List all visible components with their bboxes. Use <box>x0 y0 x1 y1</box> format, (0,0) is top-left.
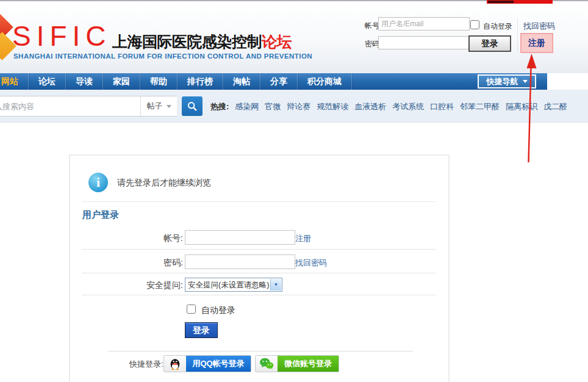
hot-link[interactable]: 官微 <box>265 101 281 112</box>
password-input[interactable] <box>378 36 470 49</box>
security-question-select[interactable]: 安全提问(未设置请忽略) ▼ <box>185 278 282 292</box>
nav-item-taotie[interactable]: 淘帖 <box>223 73 260 90</box>
find-password-link[interactable]: 找回密码 <box>523 21 555 32</box>
hot-link[interactable]: 规范解读 <box>317 101 348 112</box>
search-band: 帖子 热搜: 感染网 官微 辩论赛 规范解读 血液透析 考试系统 口腔科 邻苯二… <box>0 90 588 123</box>
wechat-icon <box>256 356 278 372</box>
divider <box>82 295 436 295</box>
qq-icon <box>164 356 186 372</box>
user-login-heading: 用户登录 <box>82 209 119 221</box>
page: SIFIC 上海国际医院感染控制论坛 SHANGHAI INTERNATIONA… <box>0 0 588 382</box>
qq-login-text: 用QQ帐号登录 <box>186 356 251 372</box>
search-icon <box>187 101 198 112</box>
account-input[interactable] <box>185 230 295 245</box>
hot-link[interactable]: 邻苯二甲醛 <box>460 101 500 112</box>
annotation-top-red-bar <box>487 0 553 4</box>
divider <box>82 249 436 250</box>
register-link[interactable]: 注册 <box>295 233 311 244</box>
hot-link[interactable]: 口腔科 <box>430 101 454 112</box>
divider <box>108 351 413 351</box>
site-title-accent: 论坛 <box>262 33 292 50</box>
logo-brand: SIFIC <box>12 20 112 52</box>
password-label: 密码 <box>365 39 379 49</box>
security-question-value: 安全提问(未设置请忽略) <box>188 280 269 290</box>
account-label: 帐号 <box>365 21 379 31</box>
register-link[interactable]: 注册 <box>528 38 545 48</box>
password-label: 密码: <box>82 258 183 268</box>
nav-item-guide[interactable]: 导读 <box>66 73 103 90</box>
login-button[interactable]: 登录 <box>468 35 511 52</box>
nav-item-site[interactable]: 网站 <box>0 73 29 90</box>
nav-item-credit-mall[interactable]: 积分商城 <box>298 73 352 90</box>
auto-login-checkbox[interactable] <box>187 305 196 314</box>
wechat-login-text: 微信账号登录 <box>278 356 339 372</box>
hot-link[interactable]: 考试系统 <box>392 101 424 112</box>
search-scope-dropdown[interactable]: 帖子 <box>140 96 177 116</box>
search-button[interactable] <box>182 96 203 116</box>
site-subtitle: SHANGHAI INTERNATIONAL FORUM FOR INFECTI… <box>13 52 312 60</box>
search-box: 帖子 <box>0 96 177 117</box>
main-nav: 网站 论坛 导读 家园 帮助 排行榜 淘帖 分享 积分商城 <box>0 73 547 90</box>
search-scope-label: 帖子 <box>147 101 163 112</box>
nav-item-home[interactable]: 家园 <box>103 73 140 90</box>
account-label: 帐号: <box>82 233 183 244</box>
auto-login-checkbox[interactable] <box>470 20 479 29</box>
nav-item-forum[interactable]: 论坛 <box>29 73 66 90</box>
nav-item-help[interactable]: 帮助 <box>140 73 177 90</box>
find-password-link[interactable]: 找回密码 <box>295 258 327 268</box>
header-login-divider <box>517 18 518 51</box>
auto-login-label: 自动登录 <box>483 21 512 32</box>
chevron-down-icon <box>167 105 171 108</box>
nav-item-share[interactable]: 分享 <box>260 73 298 90</box>
select-arrow-icon: ▼ <box>270 279 281 290</box>
login-notice: 请先登录后才能继续浏览 <box>117 178 211 189</box>
hot-link[interactable]: 感染网 <box>235 101 259 112</box>
annotation-register-highlight: 注册 <box>520 33 553 53</box>
hot-search-label: 热搜: <box>210 101 229 112</box>
quick-nav-button[interactable]: 快捷导航 <box>478 74 536 88</box>
hot-link[interactable]: 隔离标识 <box>506 101 537 112</box>
search-input[interactable] <box>0 96 140 116</box>
hot-link[interactable]: 血液透析 <box>354 101 386 112</box>
nav-item-ranking[interactable]: 排行榜 <box>177 73 223 90</box>
annotation-top-red-bar-detail <box>488 1 514 3</box>
divider <box>82 273 436 273</box>
hot-link[interactable]: 辩论赛 <box>287 101 310 112</box>
password-input[interactable] <box>185 254 295 269</box>
divider <box>82 201 436 202</box>
hot-search-row: 热搜: 感染网 官微 辩论赛 规范解读 血液透析 考试系统 口腔科 邻苯二甲醛 … <box>210 101 567 112</box>
chevron-down-icon <box>523 80 528 83</box>
quick-nav-label: 快捷导航 <box>487 76 518 87</box>
login-button[interactable]: 登录 <box>185 322 218 338</box>
auto-login-label: 自动登录 <box>201 305 235 316</box>
login-panel: i 请先登录后才能继续浏览 用户登录 帐号: 注册 密码: 找回密码 安全提问:… <box>69 154 450 382</box>
hot-link[interactable]: 戊二醛 <box>543 101 567 112</box>
qq-login-button[interactable]: 用QQ帐号登录 <box>163 355 251 372</box>
wechat-login-button[interactable]: 微信账号登录 <box>255 355 339 372</box>
quick-login-label: 快捷登录: <box>129 359 163 370</box>
site-title-main: 上海国际医院感染控制 <box>112 33 262 50</box>
site-title: 上海国际医院感染控制论坛 <box>112 32 292 52</box>
info-icon: i <box>88 173 108 192</box>
account-input[interactable] <box>378 17 470 31</box>
header: SIFIC 上海国际医院感染控制论坛 SHANGHAI INTERNATIONA… <box>0 1 588 73</box>
security-question-label: 安全提问: <box>82 280 183 291</box>
